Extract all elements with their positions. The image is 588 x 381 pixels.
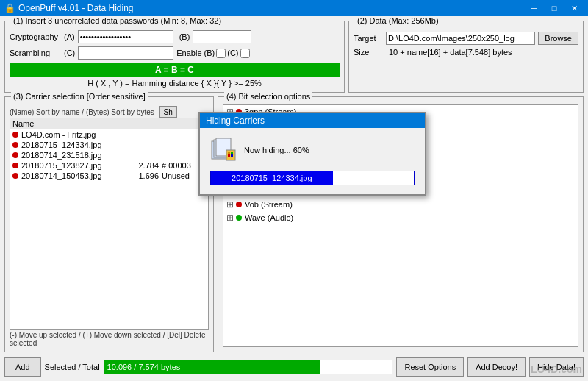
carrier-title: (3) Carrier selection [Order sensitive]	[11, 92, 148, 101]
data-section: (2) Data (Max: 256Mb) Target Browse Size…	[348, 21, 584, 93]
password-check-bar: A = B = C	[10, 63, 340, 77]
bit-title: (4) Bit selection options	[224, 92, 312, 101]
list-item[interactable]: 20180715_123827.jpg 2.784 # 00003	[10, 160, 208, 171]
list-item[interactable]: 20180715_124334.jpg	[10, 140, 208, 150]
progress-bar-container: 10.096 / 7.574 bytes	[104, 360, 393, 374]
dialog-title-text: Hiding Carriers	[206, 115, 265, 126]
size-label: Size	[354, 48, 383, 57]
password-c-input[interactable]	[78, 46, 173, 60]
sort-hint: (Name) Sort by name / (Bytes) Sort by by…	[10, 106, 209, 118]
dialog-progress-fill: 20180715_124334.jpg	[211, 171, 333, 185]
carrier-list-header: Name	[10, 118, 209, 129]
dialog-title-bar: Hiding Carriers	[200, 113, 425, 128]
dialog-progress-text: 20180715_124334.jpg	[232, 174, 312, 182]
minimize-button[interactable]: ─	[525, 1, 544, 15]
carrier-dot	[12, 132, 18, 138]
bottom-bar: Add Selected / Total 10.096 / 7.574 byte…	[4, 356, 584, 377]
dialog-icon	[210, 137, 237, 163]
data-title: (2) Data (Max: 256Mb)	[355, 16, 441, 25]
hide-data-button[interactable]: Hide Data!	[529, 357, 584, 377]
svg-rect-5	[231, 152, 233, 154]
sh-button[interactable]: Sh	[159, 106, 177, 118]
bit-icon-r	[236, 202, 242, 207]
passwords-title: (1) Insert 3 uncorrelated data passwords…	[11, 16, 223, 25]
dialog-message: Now hiding... 60%	[244, 146, 309, 154]
carrier-hint: (-) Move up selected / (+) Move down sel…	[10, 331, 209, 347]
top-row: (1) Insert 3 uncorrelated data passwords…	[4, 21, 584, 93]
target-input[interactable]	[386, 32, 535, 45]
list-item[interactable]: 20180714_150453.jpg 1.696 Unused	[10, 171, 208, 181]
size-value: 10 + name[16] + data[7.548] bytes	[389, 48, 512, 57]
hamming-text: H ( X , Y ) = Hamming distance { X }{ Y …	[10, 79, 340, 88]
target-row: Target Browse	[354, 32, 578, 45]
enable-b-label: Enable (B)	[176, 49, 215, 57]
svg-rect-6	[228, 154, 230, 157]
window-controls: ─ □ ✕	[525, 1, 584, 15]
app-icon: 🔒	[4, 3, 15, 13]
dialog-body: Now hiding... 60% 20180715_124334.jpg	[200, 128, 425, 194]
b-label: (B)	[179, 32, 190, 41]
carrier-dot	[12, 142, 18, 148]
bit-item-vob[interactable]: ⊞ Vob (Stream)	[223, 198, 578, 211]
crypto-label: Cryptography	[10, 32, 61, 41]
password-b-input[interactable]	[193, 30, 251, 43]
list-item[interactable]: 20180714_231518.jpg	[10, 150, 208, 160]
close-button[interactable]: ✕	[564, 1, 584, 15]
crypto-row: Cryptography (A) (B)	[10, 30, 340, 43]
enable-b-checkbox-row: Enable (B) (C)	[176, 49, 249, 58]
passwords-section: (1) Insert 3 uncorrelated data passwords…	[4, 21, 345, 93]
add-decoy-button[interactable]: Add Decoy!	[467, 357, 526, 377]
scrambling-row: Scrambling (C) Enable (B) (C)	[10, 46, 340, 60]
carrier-dot	[12, 163, 18, 168]
title-text: OpenPuff v4.01 - Data Hiding	[18, 3, 134, 13]
enable-b-checkbox[interactable]	[216, 49, 226, 58]
c-checkbox[interactable]	[240, 49, 250, 58]
browse-button[interactable]: Browse	[538, 32, 578, 45]
list-item[interactable]: LO4D.com - Fritz.jpg	[10, 129, 208, 140]
password-a-input[interactable]	[78, 30, 173, 43]
reset-options-button[interactable]: Reset Options	[396, 357, 464, 377]
dialog-content-row: Now hiding... 60%	[210, 137, 415, 163]
progress-bar-fill: 10.096 / 7.574 bytes	[104, 360, 320, 374]
progress-text: 10.096 / 7.574 bytes	[107, 363, 181, 371]
carrier-dot	[12, 173, 18, 179]
c-label-right: (C)	[227, 49, 238, 57]
carrier-list[interactable]: LO4D.com - Fritz.jpg 20180715_124334.jpg…	[10, 129, 209, 330]
password-check-text: A = B = C	[155, 65, 194, 75]
dialog-message-text: Now hiding... 60%	[244, 146, 309, 154]
svg-rect-4	[228, 152, 230, 154]
title-bar: 🔒 OpenPuff v4.01 - Data Hiding ─ □ ✕	[0, 0, 588, 16]
col-name-header: Name	[12, 119, 125, 128]
dialog-progress-bar: 20180715_124334.jpg	[210, 171, 415, 185]
carrier-section: (3) Carrier selection [Order sensitive] …	[4, 96, 214, 352]
hiding-carriers-dialog: Hiding Carriers Now	[198, 112, 426, 196]
add-button[interactable]: Add	[4, 357, 41, 377]
c-label: (C)	[64, 49, 75, 57]
svg-rect-7	[231, 154, 233, 157]
scrambling-label: Scrambling	[10, 49, 61, 57]
target-label: Target	[354, 34, 383, 43]
bit-icon-g	[236, 215, 242, 221]
maximize-button[interactable]: □	[545, 1, 564, 15]
size-row: Size 10 + name[16] + data[7.548] bytes	[354, 48, 578, 57]
carrier-dot	[12, 152, 18, 158]
selected-label: Selected / Total	[45, 363, 100, 371]
a-label: (A)	[64, 32, 75, 41]
col-bytes-header	[125, 119, 162, 128]
bit-item-wave[interactable]: ⊞ Wave (Audio)	[223, 211, 578, 224]
main-window: (1) Insert 3 uncorrelated data passwords…	[0, 16, 588, 381]
